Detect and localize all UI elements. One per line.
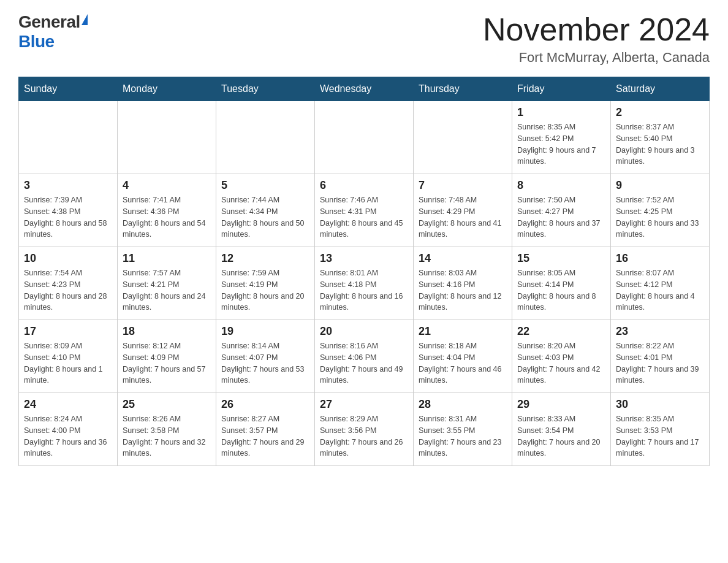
weekday-header-row: SundayMondayTuesdayWednesdayThursdayFrid… [19,77,710,101]
day-info: Sunrise: 8:24 AM Sunset: 4:00 PM Dayligh… [24,413,112,459]
calendar-table: SundayMondayTuesdayWednesdayThursdayFrid… [18,77,710,466]
day-info: Sunrise: 7:39 AM Sunset: 4:38 PM Dayligh… [24,194,112,240]
day-number: 7 [419,179,507,192]
day-info: Sunrise: 8:12 AM Sunset: 4:09 PM Dayligh… [123,340,211,386]
day-info: Sunrise: 7:59 AM Sunset: 4:19 PM Dayligh… [221,267,309,313]
day-info: Sunrise: 7:57 AM Sunset: 4:21 PM Dayligh… [123,267,211,313]
calendar-cell: 10Sunrise: 7:54 AM Sunset: 4:23 PM Dayli… [19,247,118,320]
calendar-cell: 15Sunrise: 8:05 AM Sunset: 4:14 PM Dayli… [512,247,611,320]
calendar-cell [315,101,414,174]
day-info: Sunrise: 8:22 AM Sunset: 4:01 PM Dayligh… [616,340,704,386]
day-number: 29 [517,398,605,411]
day-number: 22 [517,325,605,338]
day-number: 28 [419,398,507,411]
logo-general: General [18,12,80,32]
day-info: Sunrise: 8:03 AM Sunset: 4:16 PM Dayligh… [419,267,507,313]
calendar-cell: 19Sunrise: 8:14 AM Sunset: 4:07 PM Dayli… [216,320,315,393]
day-info: Sunrise: 8:18 AM Sunset: 4:04 PM Dayligh… [419,340,507,386]
calendar-cell: 13Sunrise: 8:01 AM Sunset: 4:18 PM Dayli… [315,247,414,320]
day-info: Sunrise: 8:07 AM Sunset: 4:12 PM Dayligh… [616,267,704,313]
day-number: 10 [24,252,112,265]
calendar-cell: 24Sunrise: 8:24 AM Sunset: 4:00 PM Dayli… [19,393,118,466]
calendar-cell: 22Sunrise: 8:20 AM Sunset: 4:03 PM Dayli… [512,320,611,393]
day-number: 17 [24,325,112,338]
day-number: 4 [123,179,211,192]
logo-triangle-icon [82,14,88,25]
calendar-cell: 8Sunrise: 7:50 AM Sunset: 4:27 PM Daylig… [512,174,611,247]
day-number: 19 [221,325,309,338]
calendar-cell: 4Sunrise: 7:41 AM Sunset: 4:36 PM Daylig… [118,174,216,247]
day-number: 23 [616,325,704,338]
calendar-cell: 1Sunrise: 8:35 AM Sunset: 5:42 PM Daylig… [512,101,611,174]
week-row-3: 17Sunrise: 8:09 AM Sunset: 4:10 PM Dayli… [19,320,710,393]
day-number: 2 [616,106,704,119]
day-info: Sunrise: 7:48 AM Sunset: 4:29 PM Dayligh… [419,194,507,240]
day-info: Sunrise: 8:26 AM Sunset: 3:58 PM Dayligh… [123,413,211,459]
day-info: Sunrise: 7:41 AM Sunset: 4:36 PM Dayligh… [123,194,211,240]
calendar-cell: 12Sunrise: 7:59 AM Sunset: 4:19 PM Dayli… [216,247,315,320]
week-row-2: 10Sunrise: 7:54 AM Sunset: 4:23 PM Dayli… [19,247,710,320]
day-number: 27 [320,398,408,411]
calendar-cell: 28Sunrise: 8:31 AM Sunset: 3:55 PM Dayli… [414,393,512,466]
calendar-cell: 14Sunrise: 8:03 AM Sunset: 4:16 PM Dayli… [414,247,512,320]
day-info: Sunrise: 8:29 AM Sunset: 3:56 PM Dayligh… [320,413,408,459]
day-info: Sunrise: 8:31 AM Sunset: 3:55 PM Dayligh… [419,413,507,459]
day-number: 21 [419,325,507,338]
day-number: 13 [320,252,408,265]
day-number: 5 [221,179,309,192]
week-row-0: 1Sunrise: 8:35 AM Sunset: 5:42 PM Daylig… [19,101,710,174]
calendar-cell: 18Sunrise: 8:12 AM Sunset: 4:09 PM Dayli… [118,320,216,393]
week-row-1: 3Sunrise: 7:39 AM Sunset: 4:38 PM Daylig… [19,174,710,247]
calendar-cell: 29Sunrise: 8:33 AM Sunset: 3:54 PM Dayli… [512,393,611,466]
day-number: 14 [419,252,507,265]
calendar-cell: 23Sunrise: 8:22 AM Sunset: 4:01 PM Dayli… [611,320,710,393]
weekday-header-sunday: Sunday [19,77,118,101]
day-number: 20 [320,325,408,338]
day-number: 24 [24,398,112,411]
calendar-cell: 26Sunrise: 8:27 AM Sunset: 3:57 PM Dayli… [216,393,315,466]
day-info: Sunrise: 8:35 AM Sunset: 5:42 PM Dayligh… [517,121,605,167]
day-info: Sunrise: 8:05 AM Sunset: 4:14 PM Dayligh… [517,267,605,313]
logo: General Blue [18,12,88,52]
calendar-cell [216,101,315,174]
day-info: Sunrise: 8:33 AM Sunset: 3:54 PM Dayligh… [517,413,605,459]
day-number: 25 [123,398,211,411]
day-info: Sunrise: 7:54 AM Sunset: 4:23 PM Dayligh… [24,267,112,313]
weekday-header-tuesday: Tuesday [216,77,315,101]
calendar-cell [414,101,512,174]
day-info: Sunrise: 8:27 AM Sunset: 3:57 PM Dayligh… [221,413,309,459]
day-info: Sunrise: 7:44 AM Sunset: 4:34 PM Dayligh… [221,194,309,240]
day-number: 30 [616,398,704,411]
calendar-cell: 20Sunrise: 8:16 AM Sunset: 4:06 PM Dayli… [315,320,414,393]
calendar-cell: 9Sunrise: 7:52 AM Sunset: 4:25 PM Daylig… [611,174,710,247]
weekday-header-thursday: Thursday [414,77,512,101]
calendar-cell: 21Sunrise: 8:18 AM Sunset: 4:04 PM Dayli… [414,320,512,393]
day-number: 6 [320,179,408,192]
day-info: Sunrise: 7:46 AM Sunset: 4:31 PM Dayligh… [320,194,408,240]
day-number: 18 [123,325,211,338]
weekday-header-wednesday: Wednesday [315,77,414,101]
calendar-cell: 11Sunrise: 7:57 AM Sunset: 4:21 PM Dayli… [118,247,216,320]
calendar-subtitle: Fort McMurray, Alberta, Canada [483,50,710,66]
calendar-cell: 27Sunrise: 8:29 AM Sunset: 3:56 PM Dayli… [315,393,414,466]
day-info: Sunrise: 8:09 AM Sunset: 4:10 PM Dayligh… [24,340,112,386]
day-number: 8 [517,179,605,192]
calendar-cell [118,101,216,174]
calendar-cell [19,101,118,174]
weekday-header-friday: Friday [512,77,611,101]
calendar-title: November 2024 [483,12,710,47]
day-info: Sunrise: 8:14 AM Sunset: 4:07 PM Dayligh… [221,340,309,386]
calendar-cell: 6Sunrise: 7:46 AM Sunset: 4:31 PM Daylig… [315,174,414,247]
day-info: Sunrise: 7:52 AM Sunset: 4:25 PM Dayligh… [616,194,704,240]
day-number: 3 [24,179,112,192]
title-block: November 2024 Fort McMurray, Alberta, Ca… [483,12,710,66]
day-number: 12 [221,252,309,265]
week-row-4: 24Sunrise: 8:24 AM Sunset: 4:00 PM Dayli… [19,393,710,466]
calendar-cell: 2Sunrise: 8:37 AM Sunset: 5:40 PM Daylig… [611,101,710,174]
weekday-header-monday: Monday [118,77,216,101]
day-info: Sunrise: 8:20 AM Sunset: 4:03 PM Dayligh… [517,340,605,386]
day-info: Sunrise: 8:16 AM Sunset: 4:06 PM Dayligh… [320,340,408,386]
calendar-cell: 17Sunrise: 8:09 AM Sunset: 4:10 PM Dayli… [19,320,118,393]
day-number: 16 [616,252,704,265]
day-info: Sunrise: 8:37 AM Sunset: 5:40 PM Dayligh… [616,121,704,167]
